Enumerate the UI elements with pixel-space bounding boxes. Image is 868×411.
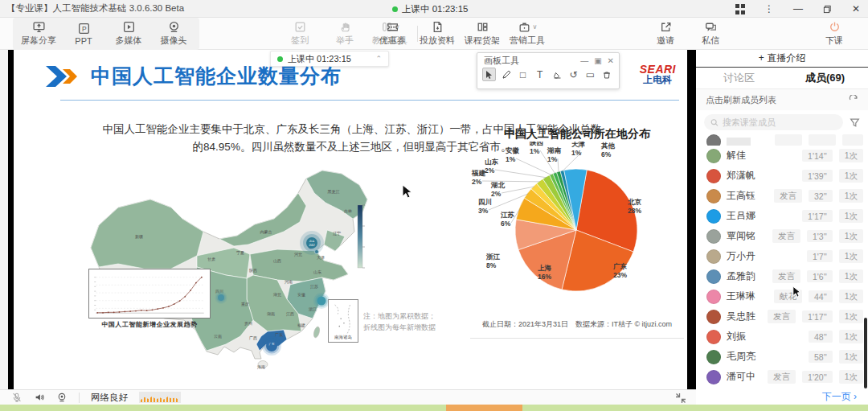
member-row[interactable]: 解佳 1'14''1次 [696,146,868,166]
end-class-button[interactable]: 下课 [812,18,857,49]
toolbar: 屏幕分享 P PPT 多媒体 摄像头 签到 举手 [0,18,868,50]
member-name: 刘振 [727,330,746,343]
member-row[interactable]: 王高钰 发言32''1次 [696,186,868,206]
pen-tool-button[interactable] [499,68,513,81]
maximize-button[interactable] [821,3,833,14]
member-badge[interactable]: 发言 [768,370,796,384]
member-row[interactable]: 覃闻铭 发言1'3''1次 [696,226,868,246]
member-row[interactable]: 万小丹 1'7''1次 [696,246,868,266]
members-scrollbar[interactable] [864,318,867,388]
member-badge[interactable]: 发言 [774,189,802,203]
avatar [706,350,721,364]
marketing-tools-button[interactable]: ∨ 营销工具 [505,18,550,49]
marketing-label: 营销工具 [510,35,545,47]
member-row[interactable]: 刘振 48''1次 [696,327,868,347]
member-badge[interactable]: 发言 [772,269,800,283]
member-row[interactable]: 吴忠胜 发言1'17''1次 [696,306,868,327]
webcam-button[interactable]: 摄像头 [151,18,196,49]
panel-minimize-icon[interactable]: — [580,56,588,65]
seari-logo: SEARI 上电科 [640,64,676,85]
search-input[interactable] [723,117,837,127]
trend-line [97,277,202,313]
layout-grid-icon[interactable] [735,3,746,14]
tab-members[interactable]: 成员(69) [782,68,868,88]
member-duration: 1'7'' [807,250,833,262]
speaker-icon[interactable] [34,392,45,403]
province-label-江西: 江西 [286,311,294,317]
shelf-label: 课程货架 [465,35,500,47]
member-row[interactable]: 毛周亮 58''1次 [696,347,868,367]
materials-label: 投放资料 [420,35,455,47]
logo-text-cn: 上电科 [640,75,676,85]
live-intro-header[interactable]: + 直播介绍 [696,50,868,68]
screen-share-button[interactable]: 屏幕分享 [16,18,61,49]
clear-tool-button[interactable] [600,68,614,81]
board-tool-button[interactable]: ▭ [583,68,597,81]
member-count: 1次 [839,149,863,162]
invite-button[interactable]: 邀请 [643,18,688,49]
search-box[interactable] [704,114,843,130]
dm-button[interactable]: 私信 [688,18,733,49]
member-list[interactable]: 解佳 1'14''1次 郑潇帆 1'39''1次 王高钰 发言32''1次 王吕… [696,134,868,389]
materials-button[interactable]: 投放资料 [415,18,460,49]
slide-canvas[interactable]: 上课中 01:23:15 ⌃ 画板工具 — ▣ ✕ □ T [14,50,687,389]
raise-hand-button[interactable]: 举手 [322,18,367,49]
shelf-button[interactable]: 课程货架 [460,18,505,49]
member-count: 1次 [839,249,863,263]
member-row[interactable]: 王琳琳 献花44''1次 [696,286,868,306]
coupon-button[interactable]: 优惠券 [370,18,415,49]
text-tool-button[interactable]: T [533,68,547,81]
class-status: 上课中 01:23:15 [392,0,468,18]
panel-restore-icon[interactable]: ▣ [594,56,601,65]
avatar [706,269,721,284]
filter-funnel-icon[interactable] [850,117,860,128]
board-panel-title: 画板工具 [484,55,519,67]
member-row[interactable]: 孟雅韵 发言1'6''1次 [696,266,868,286]
titlebar: 【专业课】人工智能技术基础 3.0.6.30 Beta 上课中 01:23:15… [0,0,868,18]
member-badge[interactable]: 发言 [768,310,796,323]
shape-tool-button[interactable]: □ [516,68,530,81]
province-label-山西: 山西 [273,258,281,264]
eraser-tool-button[interactable] [550,68,563,81]
ppt-icon: P [77,22,91,35]
ppt-button[interactable]: P PPT [61,18,106,49]
webcam-icon[interactable] [56,392,68,403]
undo-tool-button[interactable]: ↺ [567,68,580,81]
collapse-chevron-icon[interactable]: ⌃ [375,55,382,63]
pie-label-江苏: 江苏6% [500,211,515,228]
avatar [706,189,721,203]
microphone-muted-icon[interactable] [11,392,23,403]
tab-discussion[interactable]: 讨论区 [696,68,782,88]
minimize-button[interactable]: — [792,3,804,14]
live-dot-icon [277,56,283,62]
member-row[interactable]: 潘可中 发言1'20''1次 [696,367,868,387]
close-button[interactable]: ✕ [850,3,862,14]
province-label-黑龙江: 黑龙江 [328,189,340,195]
refresh-members-row[interactable]: 点击刷新成员列表 [696,89,868,110]
shelf-icon [476,20,489,34]
member-duration: 48'' [809,331,833,343]
pie-chart: 北京28%广东23%上海16%浙江8%江苏6%四川3%湖北2%福建2%山东2%安… [470,142,682,315]
check-in-button[interactable]: 签到 [277,18,322,49]
panel-close-icon[interactable]: ✕ [608,56,614,65]
avatar [706,249,721,264]
media-button[interactable]: 多媒体 [106,18,151,49]
pie-label-湖北: 湖北2% [490,181,506,198]
province-label-河北: 河北 [294,252,302,257]
member-row[interactable]: 郑潇帆 1'39''1次 [696,166,868,186]
chevron-down-icon: ∨ [533,23,538,31]
member-badge[interactable]: 发言 [772,229,800,243]
refresh-icon[interactable] [849,95,858,105]
next-page-label: 下一页 [822,391,851,402]
more-menu-icon[interactable]: ⋮ [764,3,775,14]
mouse-cursor [402,184,415,200]
next-page-button[interactable]: 下一页 › [822,390,857,404]
province-label-山东: 山东 [313,269,321,274]
clipped-name-placeholder [727,138,751,146]
select-tool-button[interactable] [482,68,496,81]
avatar [706,229,721,244]
exit-fullscreen-icon[interactable] [675,393,686,404]
member-row[interactable]: 王吕娜 1'17''1次 [696,206,868,226]
camera-icon [167,20,181,34]
province-label-福建: 福建 [297,323,305,328]
